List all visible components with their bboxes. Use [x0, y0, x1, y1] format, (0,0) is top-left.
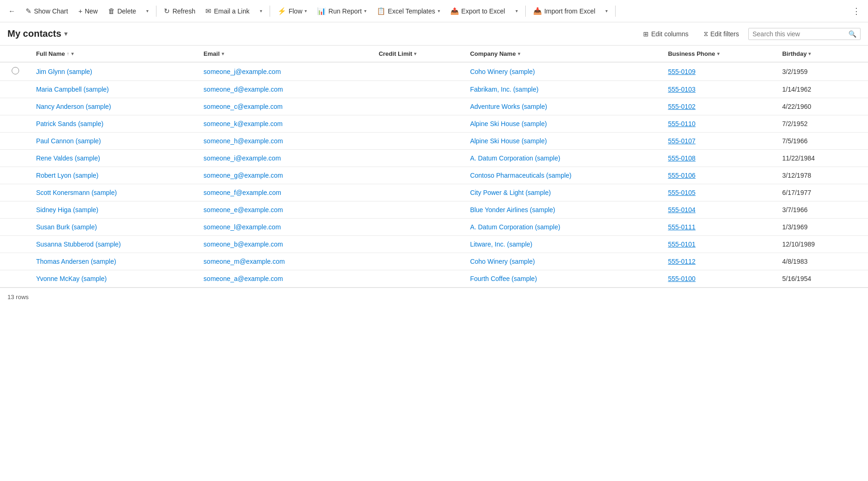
- export-excel-chevron-button[interactable]: ▾: [511, 6, 522, 16]
- cell-full-name: Sidney Higa (sample): [30, 201, 198, 219]
- cell-company-name: Litware, Inc. (sample): [464, 236, 662, 253]
- contact-name-link[interactable]: Susan Burk (sample): [36, 223, 97, 231]
- new-button[interactable]: + New: [74, 4, 102, 18]
- cell-full-name: Yvonne McKay (sample): [30, 270, 198, 287]
- phone-link[interactable]: 555-0109: [668, 68, 695, 75]
- company-name-link[interactable]: Blue Yonder Airlines (sample): [470, 206, 555, 214]
- contact-name-link[interactable]: Nancy Anderson (sample): [36, 103, 111, 110]
- phone-link[interactable]: 555-0107: [668, 137, 695, 145]
- contact-name-link[interactable]: Robert Lyon (sample): [36, 172, 98, 179]
- search-icon: 🔍: [848, 30, 856, 38]
- email-link[interactable]: someone_f@example.com: [203, 189, 281, 196]
- company-name-link[interactable]: Coho Winery (sample): [470, 68, 535, 75]
- table-row: Sidney Higa (sample)someone_e@example.co…: [0, 201, 868, 219]
- contact-name-link[interactable]: Sidney Higa (sample): [36, 206, 98, 214]
- contact-name-link[interactable]: Susanna Stubberod (sample): [36, 240, 121, 248]
- company-name-link[interactable]: Coho Winery (sample): [470, 258, 535, 265]
- import-excel-chevron-button[interactable]: ▾: [601, 6, 612, 16]
- plus-icon: +: [78, 7, 82, 15]
- show-chart-button[interactable]: ✎ Show Chart: [21, 4, 73, 18]
- email-link[interactable]: someone_j@example.com: [203, 68, 281, 75]
- phone-link[interactable]: 555-0106: [668, 172, 695, 179]
- email-link[interactable]: someone_i@example.com: [203, 154, 281, 162]
- phone-link[interactable]: 555-0105: [668, 189, 695, 196]
- company-name-link[interactable]: Fabrikam, Inc. (sample): [470, 86, 538, 93]
- phone-link[interactable]: 555-0112: [668, 258, 695, 265]
- col-header-business-phone[interactable]: Business Phone ▾: [662, 46, 776, 62]
- search-box[interactable]: 🔍: [748, 28, 861, 40]
- import-excel-button[interactable]: 📥 Import from Excel: [529, 4, 600, 18]
- contact-name-link[interactable]: Patrick Sands (sample): [36, 120, 103, 127]
- phone-link[interactable]: 555-0104: [668, 206, 695, 214]
- cell-company-name: Alpine Ski House (sample): [464, 133, 662, 150]
- cell-company-name: Coho Winery (sample): [464, 62, 662, 81]
- contact-name-link[interactable]: Jim Glynn (sample): [36, 68, 92, 75]
- email-link[interactable]: someone_e@example.com: [203, 206, 283, 214]
- email-link[interactable]: someone_l@example.com: [203, 223, 281, 231]
- delete-button[interactable]: 🗑 Delete: [103, 4, 141, 18]
- row-checkbox[interactable]: [12, 67, 19, 74]
- edit-columns-button[interactable]: ⊞ Edit columns: [637, 27, 694, 40]
- email-link[interactable]: someone_c@example.com: [203, 103, 283, 110]
- table-row: Yvonne McKay (sample)someone_a@example.c…: [0, 270, 868, 287]
- edit-filters-button[interactable]: ⧖ Edit filters: [698, 27, 745, 40]
- contact-name-link[interactable]: Maria Campbell (sample): [36, 86, 108, 93]
- contact-name-link[interactable]: Rene Valdes (sample): [36, 154, 100, 162]
- run-report-button[interactable]: 📊 Run Report ▾: [312, 4, 371, 18]
- email-link-button[interactable]: ✉ Email a Link: [201, 4, 254, 18]
- cell-company-name: A. Datum Corporation (sample): [464, 219, 662, 236]
- refresh-button[interactable]: ↻ Refresh: [159, 4, 200, 18]
- phone-link[interactable]: 555-0102: [668, 103, 695, 110]
- company-name-link[interactable]: Alpine Ski House (sample): [470, 120, 547, 127]
- company-name-link[interactable]: A. Datum Corporation (sample): [470, 223, 560, 231]
- company-name-link[interactable]: Fourth Coffee (sample): [470, 275, 537, 282]
- col-header-company-name[interactable]: Company Name ▾: [464, 46, 662, 62]
- cell-credit-limit: [373, 167, 464, 184]
- contact-name-link[interactable]: Yvonne McKay (sample): [36, 275, 107, 282]
- phone-link[interactable]: 555-0100: [668, 275, 695, 282]
- export-excel-button[interactable]: 📤 Export to Excel: [446, 4, 510, 18]
- title-chevron-icon[interactable]: ▾: [64, 30, 68, 37]
- email-link[interactable]: someone_b@example.com: [203, 240, 283, 248]
- company-name-link[interactable]: Litware, Inc. (sample): [470, 240, 532, 248]
- company-name-link[interactable]: A. Datum Corporation (sample): [470, 154, 560, 162]
- company-name-link[interactable]: Adventure Works (sample): [470, 103, 547, 110]
- excel-templates-icon: 📋: [377, 7, 386, 15]
- cell-full-name: Patrick Sands (sample): [30, 115, 198, 133]
- company-name-link[interactable]: Alpine Ski House (sample): [470, 137, 547, 145]
- phone-link[interactable]: 555-0111: [668, 223, 695, 231]
- contact-name-link[interactable]: Thomas Andersen (sample): [36, 258, 116, 265]
- email-link[interactable]: someone_h@example.com: [203, 137, 283, 145]
- cell-credit-limit: [373, 219, 464, 236]
- contact-name-link[interactable]: Scott Konersmann (sample): [36, 189, 117, 196]
- col-header-full-name[interactable]: Full Name ↑ ▾: [30, 46, 198, 62]
- cell-email: someone_a@example.com: [198, 270, 373, 287]
- search-input[interactable]: [753, 30, 846, 38]
- phone-link[interactable]: 555-0110: [668, 120, 695, 127]
- phone-link[interactable]: 555-0108: [668, 154, 695, 162]
- cell-full-name: Scott Konersmann (sample): [30, 184, 198, 201]
- cell-full-name: Nancy Anderson (sample): [30, 98, 198, 115]
- excel-templates-button[interactable]: 📋 Excel Templates ▾: [372, 4, 445, 18]
- cell-birthday: 6/17/1977: [777, 184, 868, 201]
- cell-credit-limit: [373, 236, 464, 253]
- email-link[interactable]: someone_d@example.com: [203, 86, 283, 93]
- email-link-chevron-button[interactable]: ▾: [255, 6, 267, 16]
- contact-name-link[interactable]: Paul Cannon (sample): [36, 137, 101, 145]
- email-link[interactable]: someone_k@example.com: [203, 120, 283, 127]
- email-link[interactable]: someone_g@example.com: [203, 172, 283, 179]
- flow-button[interactable]: ⚡ Flow ▾: [273, 4, 312, 18]
- col-header-email[interactable]: Email ▾: [198, 46, 373, 62]
- col-header-birthday[interactable]: Birthday ▾: [777, 46, 868, 62]
- cell-company-name: A. Datum Corporation (sample): [464, 150, 662, 167]
- company-name-link[interactable]: Contoso Pharmaceuticals (sample): [470, 172, 571, 179]
- email-link[interactable]: someone_a@example.com: [203, 275, 283, 282]
- col-header-credit-limit[interactable]: Credit Limit ▾: [373, 46, 464, 62]
- email-link[interactable]: someone_m@example.com: [203, 258, 285, 265]
- phone-link[interactable]: 555-0103: [668, 86, 695, 93]
- phone-link[interactable]: 555-0101: [668, 240, 695, 248]
- delete-chevron-button[interactable]: ▾: [142, 6, 153, 16]
- company-name-link[interactable]: City Power & Light (sample): [470, 189, 551, 196]
- back-button[interactable]: ←: [4, 4, 20, 18]
- more-options-button[interactable]: ⋮: [848, 3, 864, 19]
